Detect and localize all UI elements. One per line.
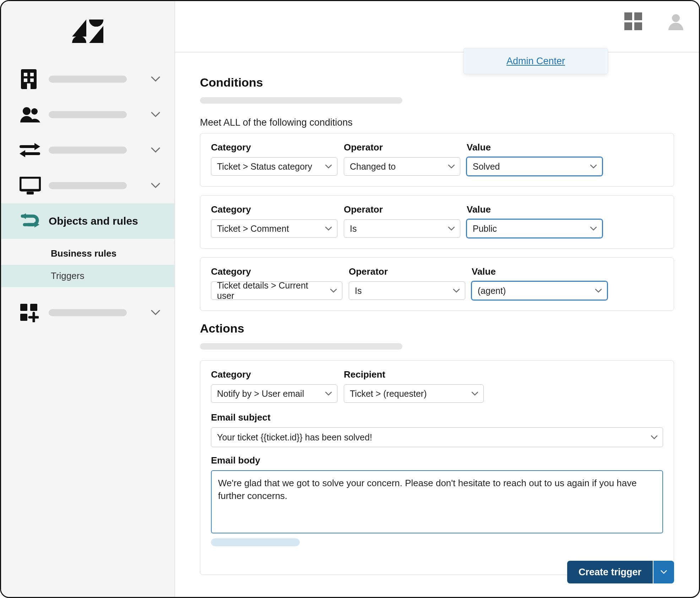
svg-marker-0 bbox=[72, 20, 86, 37]
sidebar-item-apps[interactable] bbox=[1, 295, 174, 330]
building-icon bbox=[20, 69, 42, 89]
svg-rect-20 bbox=[20, 304, 27, 311]
sidebar-subgroup-business-rules[interactable]: Business rules bbox=[1, 242, 174, 265]
chevron-down-icon bbox=[151, 76, 160, 82]
email-body-textarea[interactable] bbox=[211, 470, 663, 533]
svg-marker-15 bbox=[20, 150, 25, 157]
action-category-select[interactable]: Notify by > User email bbox=[211, 384, 337, 403]
field-label-operator: Operator bbox=[349, 266, 465, 277]
svg-marker-18 bbox=[21, 213, 26, 219]
condition-category-select[interactable]: Ticket > Status category bbox=[211, 157, 337, 176]
sidebar-item-people[interactable] bbox=[1, 97, 174, 132]
select-value: Is bbox=[355, 286, 362, 296]
field-label-operator: Operator bbox=[344, 204, 460, 215]
app-window: Objects and rules Business rules Trigger… bbox=[0, 0, 700, 598]
arrows-exchange-icon bbox=[20, 142, 42, 158]
condition-operator-select[interactable]: Changed to bbox=[344, 157, 460, 176]
condition-card: Category Ticket > Comment Operator Is Va… bbox=[200, 195, 674, 249]
profile-icon[interactable] bbox=[667, 12, 685, 30]
condition-operator-select[interactable]: Is bbox=[349, 281, 465, 300]
field-label-email-subject: Email subject bbox=[211, 412, 663, 423]
condition-category-select[interactable]: Ticket > Comment bbox=[211, 219, 337, 238]
action-recipient-select[interactable]: Ticket > (requester) bbox=[344, 384, 484, 403]
svg-point-11 bbox=[31, 108, 38, 115]
field-label-category: Category bbox=[211, 204, 337, 215]
create-trigger-dropdown-button[interactable] bbox=[653, 561, 674, 583]
sidebar-item-channels[interactable] bbox=[1, 132, 174, 168]
condition-operator-select[interactable]: Is bbox=[344, 219, 460, 238]
chevron-down-icon bbox=[151, 112, 160, 117]
svg-rect-6 bbox=[30, 73, 34, 76]
chevron-down-icon bbox=[595, 289, 602, 293]
chevron-down-icon bbox=[453, 289, 460, 293]
field-label-category: Category bbox=[211, 266, 342, 277]
email-subject-value: Your ticket {{ticket.id}} has been solve… bbox=[217, 432, 372, 443]
svg-rect-16 bbox=[20, 177, 40, 190]
sidebar-subnav: Business rules Triggers bbox=[1, 239, 174, 295]
sidebar-item-objects-and-rules[interactable]: Objects and rules bbox=[1, 203, 174, 239]
conditions-all-label: Meet ALL of the following conditions bbox=[200, 117, 674, 128]
svg-rect-17 bbox=[27, 192, 34, 194]
condition-value-select[interactable]: Public bbox=[467, 219, 602, 238]
email-subject-input[interactable]: Your ticket {{ticket.id}} has been solve… bbox=[211, 427, 663, 447]
svg-point-25 bbox=[672, 14, 680, 22]
sidebar-item-label: Objects and rules bbox=[49, 215, 138, 227]
products-menu-icon[interactable] bbox=[624, 12, 642, 30]
workflow-icon bbox=[20, 212, 42, 230]
condition-value-select[interactable]: Solved bbox=[467, 157, 602, 176]
sidebar-nav: Objects and rules Business rules Trigger… bbox=[1, 61, 174, 330]
field-label-value: Value bbox=[467, 142, 602, 153]
condition-value-select[interactable]: (agent) bbox=[472, 281, 607, 300]
select-value: Solved bbox=[473, 161, 500, 172]
section-placeholder-bar bbox=[200, 343, 402, 350]
svg-rect-9 bbox=[27, 83, 31, 89]
chevron-down-icon bbox=[325, 164, 332, 169]
svg-rect-7 bbox=[24, 78, 27, 82]
nav-placeholder bbox=[49, 309, 127, 316]
chevron-down-icon bbox=[330, 289, 337, 293]
nav-placeholder bbox=[49, 182, 127, 189]
chevron-down-icon bbox=[471, 391, 478, 396]
apps-add-icon bbox=[20, 303, 42, 322]
select-value: Public bbox=[473, 224, 497, 234]
field-label-operator: Operator bbox=[344, 142, 460, 153]
svg-marker-3 bbox=[89, 26, 103, 43]
action-card: Category Notify by > User email Recipien… bbox=[200, 360, 674, 575]
zendesk-logo-icon bbox=[72, 20, 103, 43]
chevron-down-icon bbox=[590, 226, 597, 231]
chevron-down-icon bbox=[151, 310, 160, 316]
nav-placeholder bbox=[49, 76, 127, 83]
chevron-down-icon bbox=[448, 226, 455, 231]
select-value: Is bbox=[350, 224, 357, 234]
nav-placeholder bbox=[49, 147, 127, 154]
chevron-down-icon bbox=[325, 391, 332, 396]
chevron-down-icon bbox=[325, 226, 332, 231]
field-label-category: Category bbox=[211, 142, 337, 153]
sidebar: Objects and rules Business rules Trigger… bbox=[1, 1, 175, 597]
create-trigger-split-button: Create trigger bbox=[567, 561, 674, 583]
field-label-value: Value bbox=[472, 266, 607, 277]
header bbox=[175, 1, 699, 53]
select-value: Ticket details > Current user bbox=[217, 280, 327, 301]
sidebar-item-workspaces[interactable] bbox=[1, 168, 174, 203]
chevron-down-icon bbox=[448, 164, 455, 169]
svg-marker-13 bbox=[34, 143, 40, 150]
actions-heading: Actions bbox=[200, 322, 674, 335]
sidebar-subitem-triggers[interactable]: Triggers bbox=[1, 265, 174, 287]
select-value: Changed to bbox=[350, 161, 396, 172]
svg-rect-21 bbox=[30, 304, 37, 311]
condition-category-select[interactable]: Ticket details > Current user bbox=[211, 281, 342, 300]
field-label-recipient: Recipient bbox=[344, 369, 484, 380]
field-label-category: Category bbox=[211, 369, 337, 380]
section-placeholder-bar bbox=[200, 97, 402, 104]
select-value: (agent) bbox=[478, 286, 506, 296]
field-label-email-body: Email body bbox=[211, 455, 663, 466]
nav-placeholder bbox=[49, 111, 127, 118]
svg-rect-8 bbox=[30, 78, 34, 82]
sidebar-item-account[interactable] bbox=[1, 61, 174, 97]
brand-logo bbox=[1, 1, 174, 61]
chevron-down-icon bbox=[151, 147, 160, 153]
chevron-down-icon bbox=[651, 435, 658, 439]
create-trigger-button[interactable]: Create trigger bbox=[567, 561, 653, 583]
monitor-icon bbox=[20, 177, 42, 194]
